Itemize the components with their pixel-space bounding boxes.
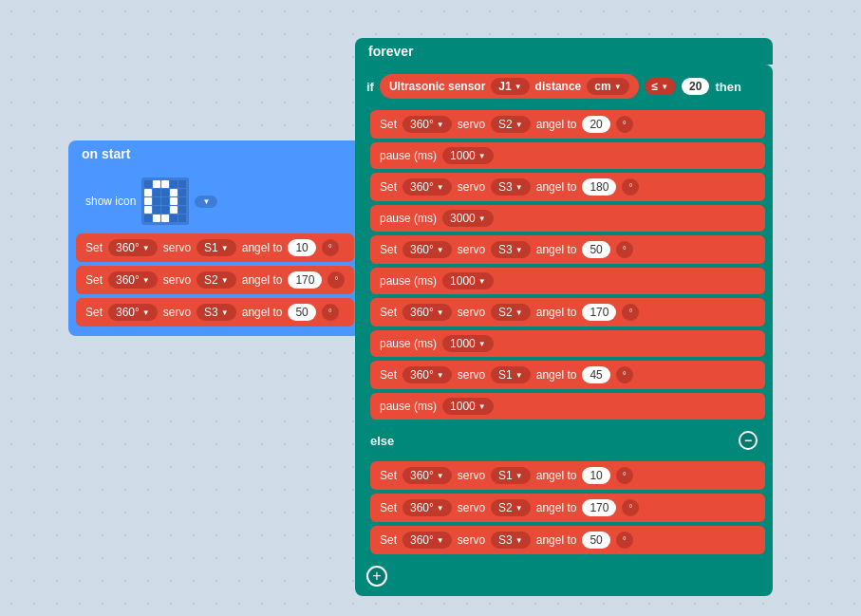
if-pause4-val[interactable]: 1000 bbox=[442, 335, 494, 352]
else-label: else bbox=[370, 434, 394, 448]
else-val3[interactable]: 50 bbox=[582, 532, 609, 549]
if-set-s2-170: Set 360° servo S2 angel to 170 ° bbox=[370, 298, 765, 327]
else-set-s1-10: Set 360° servo S1 angel to 10 ° bbox=[370, 461, 765, 490]
if-val5[interactable]: 45 bbox=[582, 366, 609, 383]
show-icon-block: show icon bbox=[76, 173, 354, 230]
set-label-s3: Set bbox=[85, 306, 103, 319]
if-deg2[interactable]: 360° bbox=[402, 178, 452, 196]
else-deg3[interactable]: 360° bbox=[402, 532, 452, 549]
show-icon-label: show icon bbox=[85, 195, 136, 208]
else-servo2[interactable]: S2 bbox=[491, 499, 531, 516]
angel-to-label-s3: angel to bbox=[242, 306, 283, 319]
if-set-s2-20: Set 360° servo S2 angel to 20 ° bbox=[370, 110, 765, 139]
angel-to-label-s1: angel to bbox=[242, 241, 283, 254]
if-deg5[interactable]: 360° bbox=[402, 366, 452, 383]
angel-s1-value[interactable]: 10 bbox=[288, 239, 315, 256]
on-start-body: show icon Set 360° servo S1 angel to 10 … bbox=[68, 167, 362, 336]
angel-s3-value[interactable]: 50 bbox=[288, 304, 315, 321]
if-val2[interactable]: 180 bbox=[582, 178, 616, 196]
servo-label-s1: servo bbox=[163, 241, 191, 254]
set-s3-block: Set 360° servo S3 angel to 50 ° bbox=[76, 298, 354, 327]
if-servo3[interactable]: S3 bbox=[491, 241, 531, 258]
else-row: else − bbox=[363, 427, 765, 454]
servo-s2-dropdown[interactable]: S2 bbox=[197, 271, 236, 289]
angel-to-label-s2: angel to bbox=[242, 273, 283, 287]
if-body: Set 360° servo S2 angel to 20 ° pause (m… bbox=[363, 106, 765, 423]
if-pause2: pause (ms) 3000 bbox=[370, 205, 765, 232]
if-val3[interactable]: 50 bbox=[582, 241, 609, 258]
else-val1[interactable]: 10 bbox=[582, 467, 609, 484]
bottom-row: + bbox=[363, 562, 765, 590]
if-set-s1-45: Set 360° servo S1 angel to 45 ° bbox=[370, 361, 765, 389]
set-label: Set bbox=[85, 241, 103, 254]
deg-s1-dropdown[interactable]: 360° bbox=[108, 239, 158, 256]
if-deg4[interactable]: 360° bbox=[402, 304, 452, 321]
if-pause3-val[interactable]: 1000 bbox=[442, 272, 494, 289]
servo-label-s2: servo bbox=[163, 273, 191, 287]
distance-label: distance bbox=[535, 80, 582, 93]
if-label: if bbox=[366, 80, 374, 94]
set-s1-block: Set 360° servo S1 angel to 10 ° bbox=[76, 233, 354, 262]
if-servo2[interactable]: S3 bbox=[491, 178, 531, 196]
if-servo1[interactable]: S2 bbox=[491, 116, 531, 133]
if-pause2-val[interactable]: 3000 bbox=[442, 210, 494, 227]
forever-group: forever if Ultrasonic sensor J1 distance… bbox=[355, 38, 773, 596]
else-set-s3-50: Set 360° servo S3 angel to 50 ° bbox=[370, 526, 765, 554]
if-deg1[interactable]: 360° bbox=[402, 116, 452, 133]
if-set-s3-180: Set 360° servo S3 angel to 180 ° bbox=[370, 173, 765, 201]
deg-s3-dropdown[interactable]: 360° bbox=[108, 304, 158, 321]
threshold-value[interactable]: 20 bbox=[682, 78, 709, 95]
minus-button[interactable]: − bbox=[739, 431, 758, 450]
operator-dropdown[interactable]: ≤ bbox=[645, 78, 677, 95]
set-s2-block: Set 360° servo S2 angel to 170 ° bbox=[76, 266, 354, 294]
angel-s2-value[interactable]: 170 bbox=[288, 271, 322, 289]
servo-s3-dropdown[interactable]: S3 bbox=[197, 304, 236, 321]
if-pause1-val[interactable]: 1000 bbox=[442, 147, 494, 164]
forever-header: forever bbox=[355, 38, 773, 65]
deg-symbol-s3: ° bbox=[322, 304, 339, 321]
on-start-group: on start show icon Set 360° servo S1 ang… bbox=[68, 140, 362, 336]
forever-body: if Ultrasonic sensor J1 distance cm ≤ 20… bbox=[355, 65, 773, 596]
if-val1[interactable]: 20 bbox=[582, 116, 609, 133]
set-label-s2: Set bbox=[85, 273, 103, 287]
deg-symbol-s2: ° bbox=[328, 271, 345, 289]
if-servo4[interactable]: S2 bbox=[491, 304, 531, 321]
if-row: if Ultrasonic sensor J1 distance cm ≤ 20… bbox=[363, 70, 765, 103]
else-val2[interactable]: 170 bbox=[582, 499, 616, 516]
else-deg1[interactable]: 360° bbox=[402, 467, 452, 484]
if-val4[interactable]: 170 bbox=[582, 304, 616, 321]
then-label: then bbox=[715, 80, 740, 94]
if-pause5: pause (ms) 1000 bbox=[370, 393, 765, 420]
if-pause4: pause (ms) 1000 bbox=[370, 330, 765, 357]
show-icon-dropdown[interactable] bbox=[195, 196, 217, 208]
servo-s1-dropdown[interactable]: S1 bbox=[197, 239, 236, 256]
servo-label-s3: servo bbox=[163, 306, 191, 319]
if-deg3[interactable]: 360° bbox=[402, 241, 452, 258]
if-pause5-val[interactable]: 1000 bbox=[442, 398, 494, 415]
else-servo1[interactable]: S1 bbox=[491, 467, 531, 484]
unit-dropdown[interactable]: cm bbox=[587, 78, 628, 95]
deg-symbol-s1: ° bbox=[322, 239, 339, 256]
deg-s2-dropdown[interactable]: 360° bbox=[108, 271, 158, 289]
if-condition: Ultrasonic sensor J1 distance cm bbox=[380, 74, 639, 99]
else-set-s2-170: Set 360° servo S2 angel to 170 ° bbox=[370, 494, 765, 522]
if-pause1: pause (ms) 1000 bbox=[370, 142, 765, 169]
if-pause3: pause (ms) 1000 bbox=[370, 268, 765, 294]
else-deg2[interactable]: 360° bbox=[402, 499, 452, 516]
plus-button[interactable]: + bbox=[366, 566, 387, 587]
if-set-s3-50: Set 360° servo S3 angel to 50 ° bbox=[370, 235, 765, 264]
else-body: Set 360° servo S1 angel to 10 ° Set 360°… bbox=[363, 457, 765, 558]
else-servo3[interactable]: S3 bbox=[491, 532, 531, 549]
sensor-label: Ultrasonic sensor bbox=[389, 80, 485, 93]
on-start-header: on start bbox=[68, 140, 362, 167]
if-servo5[interactable]: S1 bbox=[491, 366, 531, 383]
icon-grid bbox=[141, 177, 189, 225]
port-dropdown[interactable]: J1 bbox=[491, 78, 529, 95]
